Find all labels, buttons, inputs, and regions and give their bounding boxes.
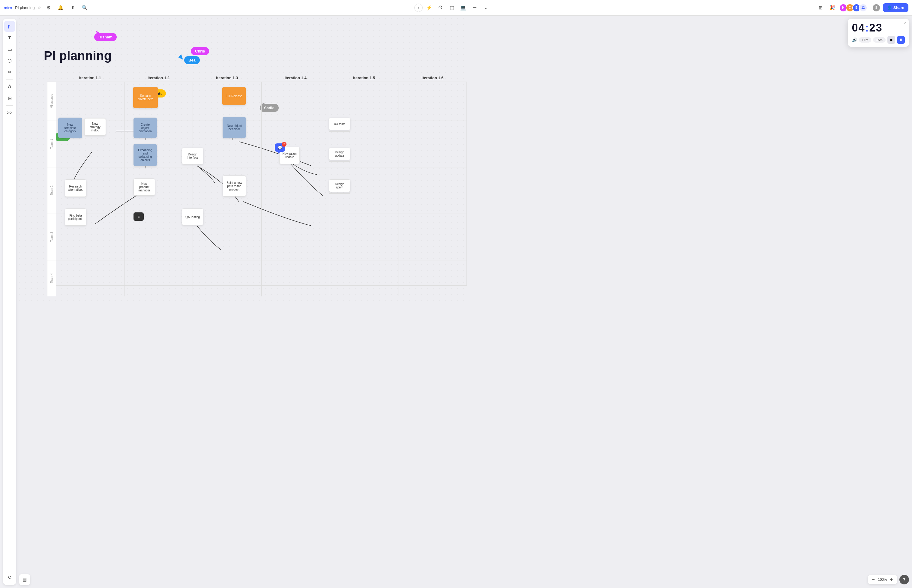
grid-cell-t16[interactable] — [399, 121, 456, 167]
topbar-center: ‹ ⚡ ⏱ ⬚ 💻 ☰ ⌄ — [93, 3, 456, 13]
topbar-left: miro PI planning ☆ ⚙ 🔔 ⬆ 🔍 — [0, 3, 93, 12]
board-main-title: PI planning — [44, 48, 111, 63]
card-release-private-beta[interactable]: Release private beta — [133, 87, 158, 108]
grid-cell-t35[interactable] — [330, 214, 399, 260]
topbar: miro PI planning ☆ ⚙ 🔔 ⬆ 🔍 ‹ ⚡ ⏱ ⬚ 💻 ☰ ⌄… — [0, 0, 456, 16]
sticky-icon: ▭ — [8, 47, 12, 52]
milestones-label: Milestones — [47, 82, 56, 121]
svg-marker-5 — [178, 54, 183, 60]
card-new-product-manager[interactable]: New product manager — [134, 179, 155, 195]
grid-cell-t34[interactable] — [261, 214, 330, 260]
card-design-update-underline — [329, 161, 350, 162]
lightning-tool[interactable]: ⚡ — [424, 3, 434, 13]
card-design-update[interactable]: Design update — [329, 148, 350, 160]
team1-label: Team 1 — [47, 121, 56, 167]
card-new-object-behavior[interactable]: New object behavior — [223, 117, 246, 138]
grid-cell-t43[interactable] — [193, 260, 261, 294]
team2-row: Team 2 — [47, 167, 456, 214]
font-tool[interactable]: A — [4, 81, 15, 92]
pen-tool[interactable]: ✏ — [4, 66, 15, 78]
team4-row: Team 4 — [47, 260, 456, 294]
nav-back-button[interactable]: ‹ — [414, 3, 423, 12]
svg-marker-4 — [96, 31, 100, 36]
frame-icon: ⊞ — [8, 95, 12, 101]
miro-logo: miro — [3, 5, 12, 10]
card-ux-tests-underline — [329, 131, 350, 132]
grid-cell-m4[interactable] — [261, 82, 330, 121]
star-icon[interactable]: ☆ — [37, 5, 41, 10]
export-button[interactable]: ⬆ — [68, 3, 77, 12]
card-design-sprint[interactable]: Design sprint — [329, 179, 350, 192]
frame-tool[interactable]: ⊞ — [4, 93, 15, 103]
font-icon: A — [8, 84, 11, 89]
team3-row: Team 3 — [47, 214, 456, 260]
notifications-button[interactable]: 🔔 — [56, 3, 65, 12]
board-content: PI planning Hisham Chris Bea Matt — [17, 16, 456, 294]
cursor-arrow-bea — [177, 54, 183, 60]
timer-tool[interactable]: ⏱ — [435, 3, 446, 13]
chat-icon[interactable]: 💬 2 — [275, 144, 285, 152]
grid-cell-t41[interactable] — [56, 260, 124, 294]
milestones-row: Milestones — [47, 82, 456, 121]
card-build-new-path[interactable]: Build a new path to the product — [223, 176, 246, 197]
sticky-note-tool[interactable]: ▭ — [4, 44, 15, 55]
grid-cell-m6[interactable] — [399, 82, 456, 121]
cursor-arrow-hisham — [96, 31, 102, 37]
more-tools-btn[interactable]: >> — [4, 107, 15, 118]
team3-label: Team 3 — [47, 214, 56, 260]
iteration-1-6: Iteration 1.6 — [399, 74, 456, 82]
team1-row: Team 1 — [47, 121, 456, 167]
toolbar-separator — [6, 79, 13, 79]
card-expanding-collapsing[interactable]: Expanding and collapsing objects — [134, 144, 157, 166]
grid-cell-t24[interactable] — [261, 167, 330, 213]
card-research-alternatives[interactable]: Research alternatives — [65, 179, 86, 197]
board-name: PI planning — [15, 5, 34, 10]
canvas[interactable]: PI planning Hisham Chris Bea Matt — [17, 16, 456, 294]
card-find-beta-participants[interactable]: Find beta participants — [65, 208, 86, 226]
card-design-sprint-underline — [329, 192, 350, 194]
search-button[interactable]: 🔍 — [80, 3, 89, 12]
chat-icon-symbol: 💬 — [278, 145, 282, 150]
iteration-1-2: Iteration 1.2 — [124, 74, 193, 82]
shapes-tool[interactable]: ⬡ — [4, 55, 15, 66]
grid-area: Milestones Team 1 Team 2 — [47, 82, 456, 286]
grid-cell-t44[interactable] — [261, 260, 330, 294]
card-new-template-category[interactable]: New template category — [58, 118, 82, 138]
grid-cell-t45[interactable] — [330, 260, 399, 294]
team2-label: Team 2 — [47, 167, 56, 213]
iteration-1-4: Iteration 1.4 — [261, 74, 330, 82]
grid-cell-t42[interactable] — [124, 260, 193, 294]
iteration-1-3: Iteration 1.3 — [193, 74, 261, 82]
cursor-bubble-chris: Chris — [191, 47, 209, 55]
iteration-1-5: Iteration 1.5 — [330, 74, 398, 82]
toolbar-separator-2 — [6, 105, 13, 106]
grid-cell-m5[interactable] — [330, 82, 399, 121]
select-tool[interactable] — [4, 21, 15, 32]
iteration-headers: Iteration 1.1 Iteration 1.2 Iteration 1.… — [56, 74, 456, 82]
text-icon: T — [8, 36, 11, 40]
chevron-right-icon: >> — [7, 110, 13, 115]
text-tool[interactable]: T — [4, 32, 15, 43]
grid-cell-t26[interactable] — [399, 167, 456, 213]
card-create-object-animation[interactable]: Create object animation — [134, 118, 157, 138]
card-ux-tests[interactable]: UX tests — [329, 118, 350, 130]
card-full-release[interactable]: Full Release — [222, 87, 246, 105]
shapes-icon: ⬡ — [8, 58, 12, 64]
grid-cell-t36[interactable] — [399, 214, 456, 260]
frame-tool[interactable]: ⬚ — [447, 3, 456, 13]
pen-icon: ✏ — [8, 69, 12, 75]
team4-label: Team 4 — [47, 260, 56, 294]
message-icon: ≡ — [137, 215, 139, 219]
card-design-interface[interactable]: Design Interface — [182, 148, 203, 165]
message-icon-card[interactable]: ≡ — [134, 212, 144, 221]
grid-cell-m1[interactable] — [56, 82, 124, 121]
left-toolbar: T ▭ ⬡ ✏ A ⊞ >> ↺ — [3, 19, 16, 294]
grid-cell-t46[interactable] — [399, 260, 456, 294]
settings-button[interactable]: ⚙ — [44, 3, 53, 12]
cursor-bubble-bea: Bea — [184, 56, 200, 64]
card-qa-testing[interactable]: QA Testing — [182, 208, 203, 225]
iteration-1-1: Iteration 1.1 — [56, 74, 124, 82]
chat-badge: 2 — [282, 142, 286, 147]
card-new-strategy-metod[interactable]: New strategy metod — [84, 118, 106, 136]
